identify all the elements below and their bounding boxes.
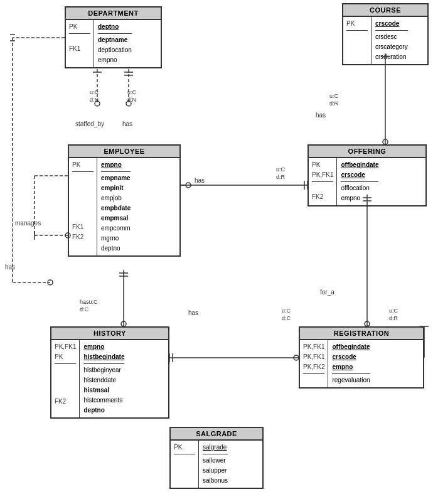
course-title: COURSE bbox=[343, 4, 427, 17]
course-attrs: crscode crsdesc crscategory crsduration bbox=[372, 17, 412, 64]
department-attrs: deptno deptname deptlocation empno bbox=[94, 20, 136, 67]
svg-point-31 bbox=[294, 355, 299, 360]
label-has-left: has bbox=[5, 264, 15, 271]
registration-keys: PK,FK1PK,FK1PK,FK2 bbox=[300, 340, 328, 387]
constraint-dept-staffed: u:Cd:N bbox=[90, 89, 99, 104]
offering-keys: PKPK,FK1 FK2 bbox=[309, 158, 337, 205]
entity-history: HISTORY PK,FK1PK FK2 empno histbegindate… bbox=[50, 326, 169, 419]
offering-title: OFFERING bbox=[309, 146, 425, 158]
constraint-emp-has-right: u:Cd:R bbox=[276, 166, 285, 181]
salgrade-title: SALGRADE bbox=[171, 428, 262, 441]
entity-salgrade: SALGRADE PK salgrade sallower salupper s… bbox=[169, 427, 264, 489]
entity-registration: REGISTRATION PK,FK1PK,FK1PK,FK2 offbegin… bbox=[299, 326, 424, 389]
label-for-a: for_a bbox=[320, 289, 334, 296]
label-has-dept-emp: has bbox=[122, 121, 132, 127]
label-staffed-by: staffed_by bbox=[75, 121, 104, 127]
constraint-course-has: u:Cd:R bbox=[329, 93, 338, 107]
entity-course: COURSE PK crscode crsdesc crscategory cr… bbox=[342, 3, 429, 65]
svg-point-27 bbox=[121, 321, 126, 326]
constraint-reg-right: u:Cd:R bbox=[389, 308, 398, 322]
label-has-course-offering: has bbox=[316, 112, 326, 119]
course-keys: PK bbox=[343, 17, 372, 64]
employee-keys: PK FK1 FK2 bbox=[69, 158, 97, 255]
employee-title: EMPLOYEE bbox=[69, 146, 179, 158]
department-title: DEPARTMENT bbox=[66, 8, 161, 20]
history-attrs: empno histbegindate histbeginyear histen… bbox=[80, 340, 128, 417]
svg-point-35 bbox=[365, 321, 370, 326]
erd-diagram: DEPARTMENT PK FK1 deptno deptname deptlo… bbox=[0, 0, 433, 504]
label-manages: manages bbox=[15, 220, 41, 227]
entity-department: DEPARTMENT PK FK1 deptno deptname deptlo… bbox=[65, 6, 162, 68]
label-has-emp-history: has bbox=[188, 309, 198, 316]
registration-attrs: offbegindate crscode empno regevaluation bbox=[328, 340, 373, 387]
constraint-hist-has: hasu:Cd:C bbox=[80, 299, 98, 313]
department-keys: PK FK1 bbox=[66, 20, 94, 67]
svg-point-20 bbox=[186, 183, 191, 188]
registration-title: REGISTRATION bbox=[300, 328, 423, 340]
salgrade-keys: PK bbox=[171, 441, 199, 488]
salgrade-attrs: salgrade sallower salupper salbonus bbox=[199, 441, 232, 488]
constraint-reg-left: u:Cd:C bbox=[282, 308, 291, 322]
constraint-dept-has: u:Cd:N bbox=[127, 89, 136, 104]
history-title: HISTORY bbox=[51, 328, 168, 340]
history-keys: PK,FK1PK FK2 bbox=[51, 340, 80, 417]
label-has-emp-offering: has bbox=[195, 177, 205, 184]
offering-attrs: offbegindate crscode offlocation empno bbox=[337, 158, 382, 205]
entity-employee: EMPLOYEE PK FK1 FK2 empno empname empini… bbox=[68, 144, 181, 257]
entity-offering: OFFERING PKPK,FK1 FK2 offbegindate crsco… bbox=[307, 144, 427, 206]
employee-attrs: empno empname empinit empjob empbdate em… bbox=[97, 158, 134, 255]
svg-point-17 bbox=[48, 280, 53, 285]
svg-point-24 bbox=[383, 139, 388, 144]
